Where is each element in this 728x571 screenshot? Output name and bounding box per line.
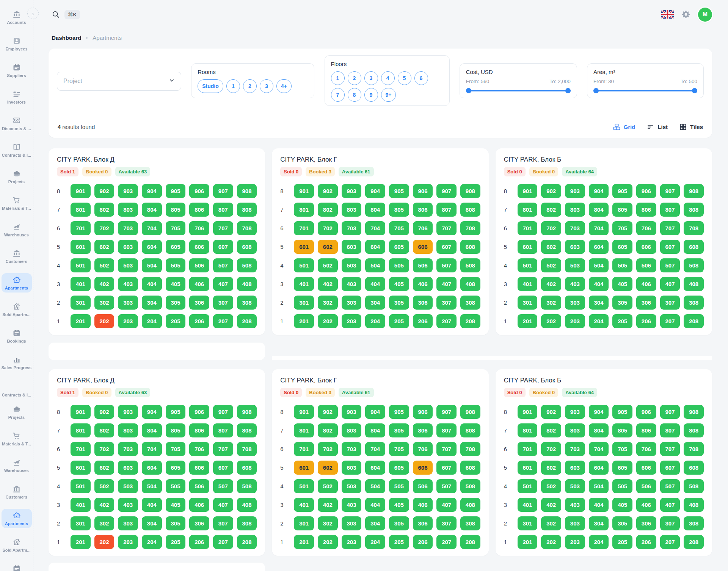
unit-cell-605[interactable]: 605: [612, 461, 632, 475]
unit-cell-305[interactable]: 305: [166, 516, 186, 530]
unit-cell-403[interactable]: 403: [342, 277, 362, 291]
unit-cell-506[interactable]: 506: [413, 479, 433, 493]
unit-cell-607[interactable]: 607: [213, 240, 233, 254]
unit-cell-204[interactable]: 204: [142, 314, 162, 328]
search-icon[interactable]: [52, 10, 60, 19]
unit-cell-407[interactable]: 407: [660, 498, 680, 512]
unit-cell-203[interactable]: 203: [118, 314, 138, 328]
unit-cell-206[interactable]: 206: [189, 535, 209, 549]
sidebar-item-bookings[interactable]: Bookings: [2, 562, 32, 571]
unit-cell-801[interactable]: 801: [294, 423, 314, 437]
unit-cell-501[interactable]: 501: [518, 479, 538, 493]
unit-cell-402[interactable]: 402: [541, 277, 561, 291]
unit-cell-506[interactable]: 506: [413, 258, 433, 272]
unit-cell-706[interactable]: 706: [413, 221, 433, 235]
unit-cell-901[interactable]: 901: [518, 184, 538, 198]
unit-cell-401[interactable]: 401: [294, 277, 314, 291]
unit-cell-608[interactable]: 608: [237, 240, 257, 254]
unit-cell-503[interactable]: 503: [342, 479, 362, 493]
unit-cell-303[interactable]: 303: [565, 296, 585, 310]
sidebar-item-bookings[interactable]: Bookings: [2, 326, 32, 346]
sidebar-item-discounts[interactable]: Discounts & ...: [2, 114, 32, 133]
unit-cell-503[interactable]: 503: [565, 258, 585, 272]
unit-cell-407[interactable]: 407: [213, 277, 233, 291]
unit-cell-403[interactable]: 403: [118, 498, 138, 512]
unit-cell-304[interactable]: 304: [589, 516, 609, 530]
unit-cell-902[interactable]: 902: [318, 184, 338, 198]
unit-cell-905[interactable]: 905: [389, 184, 409, 198]
unit-cell-904[interactable]: 904: [365, 184, 385, 198]
sidebar-item-investors[interactable]: Investors: [2, 87, 32, 107]
unit-cell-708[interactable]: 708: [684, 221, 704, 235]
slider-handle-max[interactable]: [565, 88, 571, 93]
unit-cell-505[interactable]: 505: [612, 479, 632, 493]
unit-cell-904[interactable]: 904: [142, 184, 162, 198]
unit-cell-302[interactable]: 302: [541, 516, 561, 530]
unit-cell-301[interactable]: 301: [294, 516, 314, 530]
floor-option-9[interactable]: 9: [364, 88, 378, 102]
unit-cell-206[interactable]: 206: [413, 535, 433, 549]
unit-cell-705[interactable]: 705: [166, 442, 186, 456]
unit-cell-601[interactable]: 601: [294, 461, 314, 475]
unit-cell-304[interactable]: 304: [365, 296, 385, 310]
unit-cell-308[interactable]: 308: [237, 296, 257, 310]
unit-cell-807[interactable]: 807: [436, 203, 457, 217]
unit-cell-308[interactable]: 308: [684, 296, 704, 310]
unit-cell-807[interactable]: 807: [660, 203, 680, 217]
unit-cell-502[interactable]: 502: [94, 479, 115, 493]
sidebar-item-customers[interactable]: Customers: [2, 482, 32, 502]
sidebar-item-materials-t[interactable]: Materials & T...: [2, 429, 32, 448]
unit-cell-404[interactable]: 404: [589, 277, 609, 291]
sidebar-item-apartments[interactable]: Apartments: [2, 273, 32, 293]
unit-cell-402[interactable]: 402: [318, 277, 338, 291]
unit-cell-207[interactable]: 207: [213, 314, 233, 328]
unit-cell-408[interactable]: 408: [460, 498, 480, 512]
unit-cell-907[interactable]: 907: [436, 184, 457, 198]
unit-cell-203[interactable]: 203: [565, 314, 585, 328]
unit-cell-207[interactable]: 207: [213, 535, 233, 549]
unit-cell-802[interactable]: 802: [94, 203, 115, 217]
unit-cell-401[interactable]: 401: [294, 498, 314, 512]
unit-cell-808[interactable]: 808: [684, 203, 704, 217]
floor-option-6[interactable]: 6: [414, 71, 428, 85]
sidebar-item-projects[interactable]: Projects: [2, 403, 32, 422]
unit-cell-604[interactable]: 604: [365, 461, 385, 475]
unit-cell-807[interactable]: 807: [213, 203, 233, 217]
unit-cell-701[interactable]: 701: [518, 221, 538, 235]
unit-cell-203[interactable]: 203: [342, 314, 362, 328]
unit-cell-702[interactable]: 702: [318, 442, 338, 456]
unit-cell-907[interactable]: 907: [213, 184, 233, 198]
unit-cell-802[interactable]: 802: [318, 423, 338, 437]
unit-cell-407[interactable]: 407: [213, 498, 233, 512]
unit-cell-807[interactable]: 807: [660, 423, 680, 437]
unit-cell-508[interactable]: 508: [460, 479, 480, 493]
unit-cell-903[interactable]: 903: [565, 405, 585, 419]
unit-cell-502[interactable]: 502: [94, 258, 115, 272]
unit-cell-702[interactable]: 702: [94, 221, 115, 235]
unit-cell-206[interactable]: 206: [636, 314, 656, 328]
unit-cell-204[interactable]: 204: [589, 535, 609, 549]
unit-cell-406[interactable]: 406: [636, 498, 656, 512]
unit-cell-207[interactable]: 207: [660, 314, 680, 328]
unit-cell-401[interactable]: 401: [71, 498, 91, 512]
unit-cell-707[interactable]: 707: [213, 442, 233, 456]
unit-cell-806[interactable]: 806: [189, 203, 209, 217]
unit-cell-507[interactable]: 507: [213, 258, 233, 272]
unit-cell-808[interactable]: 808: [460, 203, 480, 217]
unit-cell-608[interactable]: 608: [460, 461, 480, 475]
unit-cell-307[interactable]: 307: [213, 516, 233, 530]
sidebar-item-projects[interactable]: Projects: [2, 167, 32, 186]
area-range-slider[interactable]: [593, 88, 697, 93]
unit-cell-305[interactable]: 305: [389, 296, 409, 310]
unit-cell-406[interactable]: 406: [189, 277, 209, 291]
unit-cell-204[interactable]: 204: [365, 535, 385, 549]
unit-cell-905[interactable]: 905: [166, 405, 186, 419]
unit-cell-903[interactable]: 903: [118, 405, 138, 419]
unit-cell-206[interactable]: 206: [189, 314, 209, 328]
unit-cell-201[interactable]: 201: [518, 535, 538, 549]
project-select[interactable]: Project: [57, 72, 181, 91]
unit-cell-801[interactable]: 801: [518, 203, 538, 217]
unit-cell-606[interactable]: 606: [189, 461, 209, 475]
unit-cell-605[interactable]: 605: [389, 240, 409, 254]
unit-cell-805[interactable]: 805: [389, 203, 409, 217]
